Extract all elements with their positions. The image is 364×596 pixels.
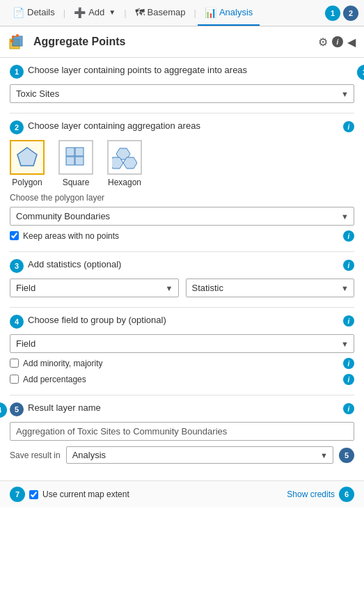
- use-extent-container: 7 Use current map extent: [10, 487, 129, 502]
- polygon-icon: [15, 145, 40, 170]
- nav-analysis-label: Analysis: [219, 7, 253, 17]
- svg-rect-6: [66, 148, 74, 156]
- minority-checkbox[interactable]: [10, 359, 19, 368]
- nav-basemap[interactable]: 🗺 Basemap: [128, 0, 193, 26]
- top-badge-2[interactable]: 2: [343, 6, 358, 21]
- save-dropdown[interactable]: Analysis: [66, 446, 333, 464]
- svg-marker-5: [17, 148, 37, 166]
- divider-2: [10, 251, 354, 252]
- section-4-header: 4 Choose field to group by (optional) i: [10, 315, 354, 329]
- section-1-badge: 1: [10, 65, 24, 79]
- shape-hexagon[interactable]: Hexagon: [107, 140, 142, 187]
- svg-marker-11: [123, 157, 137, 168]
- show-credits-link[interactable]: Show credits: [287, 489, 335, 499]
- save-row: Save result in Analysis ▼ 5: [10, 446, 354, 464]
- percentages-info[interactable]: i: [343, 374, 354, 385]
- percentages-checkbox[interactable]: [10, 375, 19, 384]
- section-2-info[interactable]: i: [343, 121, 354, 132]
- nav-sep-1: |: [63, 8, 65, 18]
- divider-3: [10, 307, 354, 308]
- section-1-right-badge[interactable]: 3: [357, 65, 364, 80]
- bottom-right-badge-6[interactable]: 6: [339, 487, 354, 502]
- section-3-badge: 3: [10, 259, 24, 273]
- section-2-dropdown[interactable]: Community Boundaries: [10, 207, 354, 226]
- bottom-left-badge-7[interactable]: 7: [10, 487, 25, 502]
- bottom-row: 7 Use current map extent Show credits 6: [0, 480, 364, 508]
- keep-areas-label: Keep areas with no points: [23, 231, 119, 241]
- header-info-icon[interactable]: i: [332, 36, 343, 47]
- panel-title: Aggregate Points: [33, 36, 318, 48]
- svg-rect-9: [75, 157, 84, 165]
- section-3-header: 3 Add statistics (optional) i: [10, 259, 354, 273]
- add-dropdown-arrow: ▼: [109, 8, 116, 16]
- shape-square[interactable]: Square: [58, 140, 93, 187]
- polygon-sublabel: Choose the polygon layer: [10, 193, 354, 203]
- section-2-badge: 2: [10, 120, 24, 134]
- svg-rect-7: [75, 148, 84, 156]
- section-4-dropdown[interactable]: Field: [10, 334, 354, 353]
- section-2: 2 Choose layer containing aggregation ar…: [10, 120, 354, 242]
- nav-add[interactable]: ➕ Add ▼: [67, 0, 122, 26]
- keep-areas-checkbox[interactable]: [10, 231, 19, 240]
- panel-header: Aggregate Points ⚙ i ◀: [0, 26, 364, 58]
- nav-details[interactable]: 📄 Details: [6, 0, 62, 26]
- shape-square-box[interactable]: [58, 140, 93, 175]
- save-right-badge-5[interactable]: 5: [339, 448, 354, 463]
- section-left-badge-4[interactable]: 4: [0, 402, 7, 418]
- section-4-badge: 4: [10, 315, 24, 329]
- svg-rect-8: [66, 157, 74, 165]
- section-1-title: Choose layer containing points to aggreg…: [28, 65, 354, 77]
- analysis-icon: 📊: [205, 7, 216, 18]
- svg-point-3: [16, 34, 19, 37]
- section-1-header: 1 Choose layer containing points to aggr…: [10, 65, 354, 79]
- keep-areas-row: Keep areas with no points i: [10, 230, 354, 242]
- keep-areas-info[interactable]: i: [343, 230, 354, 242]
- section-1: 1 Choose layer containing points to aggr…: [10, 65, 354, 103]
- top-badge-1[interactable]: 1: [325, 6, 340, 21]
- save-label: Save result in: [10, 450, 61, 460]
- section-3-fields: Field ▼ Statistic ▼: [10, 279, 354, 297]
- nav-details-label: Details: [27, 7, 55, 17]
- minority-info[interactable]: i: [343, 358, 354, 369]
- section-3-info[interactable]: i: [343, 260, 354, 271]
- percentages-row: Add percentages i: [10, 373, 354, 385]
- section-1-dropdown[interactable]: Toxic Sites: [10, 84, 354, 103]
- field-dropdown-wrapper: Field ▼: [10, 279, 179, 297]
- section-4-title: Choose field to group by (optional): [28, 315, 339, 327]
- statistic-dropdown-wrapper: Statistic ▼: [186, 279, 355, 297]
- field-dropdown[interactable]: Field: [10, 279, 179, 297]
- divider-1: [10, 113, 354, 113]
- section-3-title: Add statistics (optional): [28, 259, 339, 271]
- section-5-info[interactable]: i: [343, 403, 354, 414]
- section-5-badge: 5: [10, 402, 24, 416]
- nav-basemap-label: Basemap: [148, 7, 186, 17]
- shape-polygon-box[interactable]: [10, 140, 45, 175]
- minority-label: Add minority, majority: [23, 359, 102, 368]
- shape-hexagon-box[interactable]: [107, 140, 142, 175]
- top-navigation: 📄 Details | ➕ Add ▼ | 🗺 Basemap | 📊 Anal…: [0, 0, 364, 26]
- result-layer-input[interactable]: [10, 422, 354, 441]
- nav-sep-2: |: [124, 8, 126, 18]
- basemap-icon: 🗺: [135, 7, 145, 18]
- section-2-title: Choose layer containing aggregation area…: [28, 120, 339, 132]
- settings-button[interactable]: ⚙: [318, 36, 328, 49]
- shape-polygon[interactable]: Polygon: [10, 140, 45, 187]
- section-4-dropdown-wrapper: Field ▼: [10, 334, 354, 353]
- divider-4: [10, 395, 354, 395]
- hexagon-icon: [112, 145, 137, 170]
- section-4-info[interactable]: i: [343, 315, 354, 327]
- shape-options: Polygon Square: [10, 140, 354, 187]
- statistic-dropdown[interactable]: Statistic: [186, 279, 355, 297]
- shape-polygon-label: Polygon: [12, 178, 42, 187]
- section-1-dropdown-wrapper: Toxic Sites ▼: [10, 84, 354, 103]
- nav-analysis[interactable]: 📊 Analysis: [198, 0, 260, 26]
- collapse-button[interactable]: ◀: [347, 36, 356, 49]
- credits-container: Show credits 6: [287, 487, 354, 502]
- section-2-header: 2 Choose layer containing aggregation ar…: [10, 120, 354, 134]
- nav-sep-3: |: [194, 8, 196, 18]
- use-extent-checkbox[interactable]: [29, 490, 38, 499]
- nav-add-label: Add: [88, 7, 104, 17]
- square-icon: [63, 145, 88, 170]
- shape-square-label: Square: [63, 178, 90, 187]
- svg-point-4: [10, 40, 13, 42]
